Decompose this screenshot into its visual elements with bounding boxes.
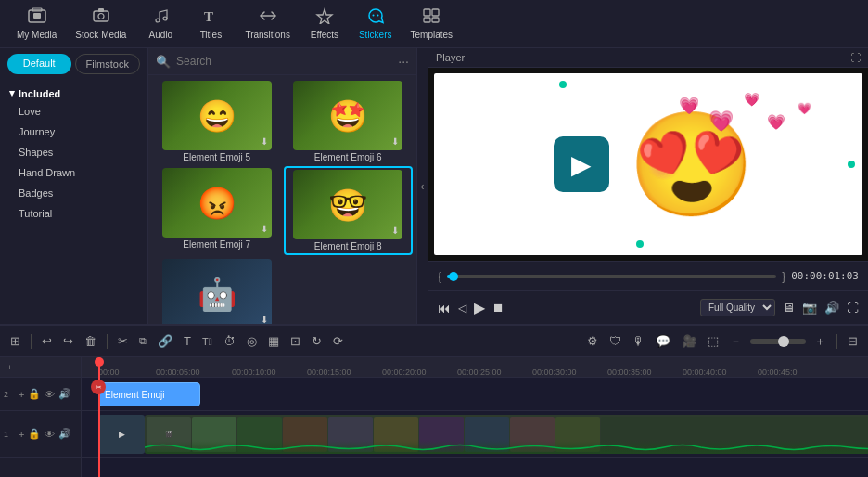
collapse-panel-button[interactable]: ‹ <box>417 48 428 324</box>
track2-lock-icon[interactable]: 🔒 <box>28 388 41 400</box>
timeline-plus-zoom[interactable]: ＋ <box>811 331 829 352</box>
player-heart-4: 💗 <box>767 113 785 131</box>
ruler-mark-15: 00:00:15:00 <box>307 367 351 377</box>
timeline-sub-icon[interactable]: ⬚ <box>705 332 721 350</box>
timeline-refresh-icon[interactable]: ⟳ <box>330 332 346 350</box>
handle-bottom-center[interactable] <box>636 240 644 248</box>
playhead[interactable] <box>98 357 100 477</box>
sticker-thumb-emoji5: 😄 ⬇ <box>162 81 272 150</box>
sidebar-item-tutorial[interactable]: Tutorial <box>0 203 147 224</box>
ruler-mark-25: 00:00:25:00 <box>457 367 502 377</box>
zoom-handle[interactable] <box>778 336 789 347</box>
handle-right-center[interactable] <box>848 161 855 168</box>
timeline-effect-icon[interactable]: ⚙ <box>584 332 601 350</box>
frame-back-button[interactable]: ◁ <box>458 302 466 315</box>
timeline-copy-icon[interactable]: ⧉ <box>136 333 149 349</box>
nav-stock-media[interactable]: Stock Media <box>66 4 135 44</box>
quality-select[interactable]: Full Quality <box>700 299 775 316</box>
player-heart-1: 💗 <box>708 110 734 134</box>
track2-add-icon[interactable]: + <box>19 389 24 400</box>
timeline-tracks: 00:00 00:00:05:00 00:00:10:00 00:00:15:0… <box>82 357 868 477</box>
audio-label: Audio <box>149 30 173 40</box>
handle-top-center[interactable] <box>559 81 567 88</box>
timeline-caption-icon[interactable]: 💬 <box>653 332 673 350</box>
nav-stickers[interactable]: Stickers <box>350 4 402 44</box>
sticker-label-emoji5: Element Emoji 5 <box>183 152 250 162</box>
sticker-item-emoji6[interactable]: 🤩 ⬇ Element Emoji 6 <box>284 79 414 164</box>
fullscreen-button[interactable]: ⛶ <box>847 301 859 315</box>
tab-default[interactable]: Default <box>7 54 71 74</box>
svg-rect-5 <box>98 8 104 12</box>
timeline-text-icon[interactable]: T <box>181 332 194 350</box>
sidebar-item-journey[interactable]: Journey <box>0 122 147 142</box>
timeline-layout-icon[interactable]: ⊟ <box>845 332 861 350</box>
timeline-mic-icon[interactable]: 🎙 <box>630 332 647 350</box>
svg-point-7 <box>163 17 167 20</box>
timeline-minus-zoom[interactable]: － <box>727 331 745 352</box>
timeline-grid-icon[interactable]: ⊞ <box>7 332 23 350</box>
zoom-slider[interactable] <box>750 339 806 344</box>
track1-lock-icon[interactable]: 🔒 <box>28 428 41 440</box>
track2-eye-icon[interactable]: 👁 <box>45 389 55 400</box>
display-options-button[interactable]: 🖥 <box>783 301 795 315</box>
sticker-item-emoji5[interactable]: 😄 ⬇ Element Emoji 5 <box>152 79 282 164</box>
more-options-button[interactable]: ··· <box>398 54 409 69</box>
track1-eye-icon[interactable]: 👁 <box>45 429 55 440</box>
progress-bar[interactable] <box>447 275 776 278</box>
sticker-label-emoji8: Element Emoji 8 <box>314 241 382 251</box>
nav-templates[interactable]: Templates <box>402 4 463 44</box>
step-back-button[interactable]: ⏮ <box>438 301 451 316</box>
timeline-shield-icon[interactable]: 🛡 <box>606 332 624 350</box>
timeline-text2-icon[interactable]: T⃣ <box>199 334 215 349</box>
curly-brace-right[interactable]: } <box>782 270 785 283</box>
player-progress-bar-area: { } 00:00:01:03 <box>428 261 868 290</box>
timeline-detach-icon[interactable]: 🔗 <box>155 332 175 350</box>
main-clip-waveform[interactable]: 🎬 <box>145 415 868 454</box>
track2-speaker-icon[interactable]: 🔊 <box>58 388 71 400</box>
add-track-button[interactable]: + <box>4 363 12 372</box>
stickers-label: Stickers <box>359 30 392 40</box>
playhead-pin[interactable]: ✂ <box>91 380 106 394</box>
audio-icon <box>152 7 169 27</box>
player-header: Player ⛶ <box>428 48 868 68</box>
progress-handle[interactable] <box>449 272 458 281</box>
timeline-delete-icon[interactable]: 🗑 <box>82 332 99 350</box>
sticker-item-emoji7[interactable]: 😡 ⬇ Element Emoji 7 <box>152 166 282 255</box>
sidebar-item-love[interactable]: Love <box>0 101 147 122</box>
clip-tutorial-start[interactable]: ▶ <box>98 415 145 454</box>
timeline-cam-icon[interactable]: 🎥 <box>679 332 699 350</box>
track1-speaker-icon[interactable]: 🔊 <box>58 428 71 440</box>
sidebar-item-hand-drawn[interactable]: Hand Drawn <box>0 162 147 183</box>
play-button[interactable]: ▶ <box>474 299 485 316</box>
timeline-transform-icon[interactable]: ⊡ <box>287 332 303 350</box>
nav-transitions[interactable]: Transitions <box>236 4 300 44</box>
curly-brace-left[interactable]: { <box>438 270 441 283</box>
track1-add-icon[interactable]: + <box>19 429 24 440</box>
sidebar-item-badges[interactable]: Badges <box>0 183 147 203</box>
sidebar-item-shapes[interactable]: Shapes <box>0 142 147 162</box>
timeline-timer-icon[interactable]: ⏱ <box>221 332 238 350</box>
timeline-undo-icon[interactable]: ↩ <box>39 332 55 350</box>
tab-filmstock[interactable]: Filmstock <box>75 54 141 74</box>
timeline-rotate-icon[interactable]: ↻ <box>309 332 325 350</box>
stop-button[interactable]: ⏹ <box>492 301 504 315</box>
nav-my-media[interactable]: My Media <box>7 4 66 44</box>
svg-point-6 <box>156 19 160 22</box>
clip-emoji[interactable]: Element Emoji <box>98 382 200 406</box>
volume-button[interactable]: 🔊 <box>824 301 839 315</box>
nav-audio[interactable]: Audio <box>135 4 185 44</box>
timeline-cut-icon[interactable]: ✂ <box>115 332 131 350</box>
player-emoji-face: 😍 <box>628 105 755 225</box>
timeline-combine-icon[interactable]: ◎ <box>244 332 260 350</box>
search-input[interactable] <box>176 55 392 68</box>
nav-effects[interactable]: Effects <box>300 4 350 44</box>
timeline-align-icon[interactable]: ▦ <box>265 332 282 350</box>
timeline-redo-icon[interactable]: ↪ <box>60 332 76 350</box>
player-settings-icon[interactable]: ⛶ <box>850 52 861 63</box>
snapshot-button[interactable]: 📷 <box>802 301 817 315</box>
sticker-item-emoji9[interactable]: 🤖 ⬇ Element Emoji 9 <box>152 257 282 324</box>
nav-titles[interactable]: T Titles <box>185 4 236 44</box>
player-area: Player ⛶ ▶ 😍 💗 💗 💗 💗 💗 <box>428 48 868 324</box>
sticker-item-emoji8[interactable]: 🤓 ⬇ Element Emoji 8 <box>284 166 414 255</box>
panel-section-included[interactable]: ▾ Included <box>0 84 147 101</box>
